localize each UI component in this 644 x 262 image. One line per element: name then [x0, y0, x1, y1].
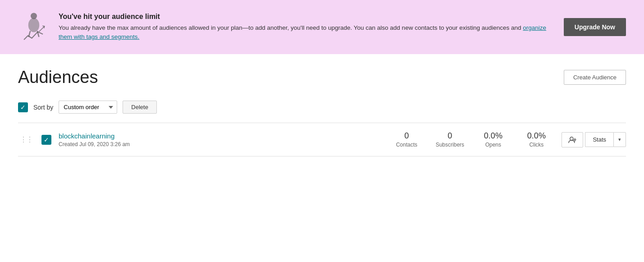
stats-button-group: Stats ▾: [585, 132, 626, 147]
clicks-stat: 0.0% Clicks: [518, 131, 554, 148]
row-checkbox[interactable]: ✓: [41, 135, 51, 145]
page-title: Audiences: [18, 68, 98, 87]
subscribers-stat: 0 Subscribers: [432, 131, 468, 148]
add-person-icon: [568, 136, 576, 143]
opens-label: Opens: [475, 142, 511, 148]
svg-point-5: [570, 137, 573, 140]
table-row: ⋮⋮ ✓ blockchainlearning Created Jul 09, …: [18, 123, 626, 156]
banner-title: You've hit your audience limit: [59, 13, 555, 21]
audience-created-date: Created Jul 09, 2020 3:26 am: [59, 141, 381, 147]
banner-body: You already have the max amount of audie…: [59, 23, 555, 42]
create-audience-button[interactable]: Create Audience: [564, 70, 626, 85]
opens-stat: 0.0% Opens: [475, 131, 511, 148]
banner-content: You've hit your audience limit You alrea…: [59, 13, 555, 42]
sort-order-select[interactable]: Custom order Name Date created: [59, 101, 117, 114]
delete-button[interactable]: Delete: [123, 101, 157, 114]
subscribers-label: Subscribers: [432, 142, 468, 148]
sort-by-label: Sort by: [33, 104, 53, 111]
upgrade-now-button[interactable]: Upgrade Now: [564, 18, 626, 36]
clicks-label: Clicks: [518, 142, 554, 148]
select-all-checkbox[interactable]: ✓: [18, 102, 28, 112]
row-actions: Stats ▾: [562, 132, 626, 147]
drag-handle-icon[interactable]: ⋮⋮: [18, 135, 34, 144]
page-header: Audiences Create Audience: [18, 68, 626, 87]
checkmark-icon: ✓: [20, 104, 26, 110]
banner-body-text: You already have the max amount of audie…: [59, 24, 523, 31]
stats-dropdown-button[interactable]: ▾: [613, 132, 626, 147]
toolbar: ✓ Sort by Custom order Name Date created…: [18, 101, 626, 114]
audience-limit-banner: You've hit your audience limit You alrea…: [0, 0, 644, 54]
row-checkmark-icon: ✓: [44, 137, 49, 143]
contacts-stat: 0 Contacts: [388, 131, 425, 148]
stats-button[interactable]: Stats: [585, 132, 613, 147]
subscribers-value: 0: [432, 131, 468, 141]
audience-name-link[interactable]: blockchainlearning: [59, 132, 114, 140]
add-contact-button[interactable]: [562, 132, 583, 147]
contacts-value: 0: [388, 131, 425, 141]
main-content: Audiences Create Audience ✓ Sort by Cust…: [0, 54, 644, 170]
audience-name-block: blockchainlearning Created Jul 09, 2020 …: [59, 132, 381, 147]
chevron-down-icon: ▾: [618, 137, 621, 142]
svg-line-4: [39, 26, 44, 32]
contacts-label: Contacts: [388, 142, 425, 148]
clicks-value: 0.0%: [518, 131, 554, 141]
svg-point-1: [28, 18, 40, 32]
opens-value: 0.0%: [475, 131, 511, 141]
banner-illustration: [18, 11, 50, 43]
